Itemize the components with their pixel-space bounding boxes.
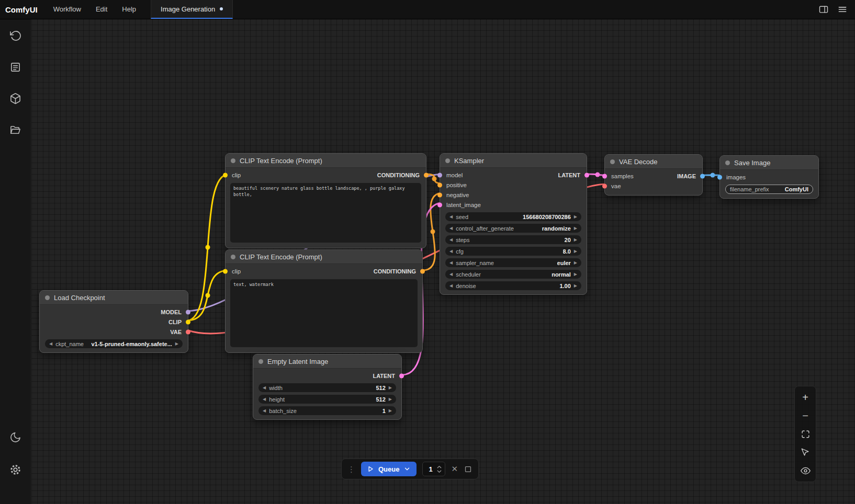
port-samples-input[interactable] — [602, 174, 607, 178]
menu-workflow[interactable]: Workflow — [46, 0, 88, 19]
port-vae-input[interactable] — [602, 184, 607, 188]
output-conditioning[interactable]: CONDITIONING — [374, 268, 416, 274]
port-clip-input[interactable] — [223, 269, 228, 273]
input-samples[interactable]: samples — [611, 173, 634, 179]
next-arrow-icon[interactable]: ▶ — [175, 342, 178, 346]
node-save-image[interactable]: Save Image images filename_prefix ComfyU… — [719, 155, 819, 199]
fit-view-button[interactable] — [798, 427, 812, 441]
port-conditioning-output[interactable] — [420, 269, 425, 273]
node-header[interactable]: Load Checkpoint — [40, 291, 188, 305]
wire-midpoint-dot[interactable] — [206, 293, 210, 298]
port-image-output[interactable] — [700, 174, 705, 178]
clear-queue-button[interactable]: ✕ — [451, 464, 458, 474]
next-arrow-icon[interactable]: ▶ — [389, 409, 392, 413]
node-ksampler[interactable]: KSampler model LATENT positive — [440, 153, 587, 295]
zoom-in-button[interactable]: + — [798, 391, 812, 404]
widget-steps[interactable]: ◀ steps 20 ▶ — [445, 235, 581, 244]
next-arrow-icon[interactable]: ▶ — [574, 215, 577, 219]
next-arrow-icon[interactable]: ▶ — [389, 386, 392, 390]
stepper-up-icon[interactable] — [436, 465, 442, 469]
collapse-dot[interactable] — [445, 158, 450, 163]
node-header[interactable]: Empty Latent Image — [253, 354, 401, 369]
output-image[interactable]: IMAGE — [677, 173, 696, 179]
node-header[interactable]: VAE Decode — [605, 155, 702, 169]
stepper-down-icon[interactable] — [436, 469, 442, 474]
hamburger-menu-button[interactable] — [837, 4, 848, 15]
input-latent-image[interactable]: latent_image — [446, 202, 481, 208]
widget-ckpt-name[interactable]: ◀ ckpt_name v1-5-pruned-emaonly.safete..… — [45, 339, 183, 348]
wire-midpoint-dot[interactable] — [431, 230, 435, 234]
port-negative-input[interactable] — [437, 192, 442, 197]
next-arrow-icon[interactable]: ▶ — [389, 397, 392, 402]
node-vae-decode[interactable]: VAE Decode samples IMAGE vae — [604, 154, 703, 196]
node-clip-text-encode-positive[interactable]: CLIP Text Encode (Prompt) clip CONDITION… — [225, 153, 426, 248]
widget-width[interactable]: ◀ width 512 ▶ — [258, 383, 396, 392]
port-model-input[interactable] — [437, 173, 442, 177]
input-images[interactable]: images — [726, 174, 746, 180]
widget-scheduler[interactable]: ◀ scheduler normal ▶ — [445, 270, 581, 279]
sidebar-item-node-library[interactable] — [6, 58, 25, 76]
sidebar-item-workflows[interactable] — [6, 120, 25, 139]
select-mode-button[interactable] — [798, 445, 812, 459]
node-header[interactable]: CLIP Text Encode (Prompt) — [226, 154, 426, 168]
node-header[interactable]: CLIP Text Encode (Prompt) — [226, 250, 422, 264]
next-arrow-icon[interactable]: ▶ — [574, 238, 577, 242]
node-header[interactable]: Save Image — [720, 156, 818, 170]
output-vae[interactable]: VAE — [170, 329, 182, 335]
prev-arrow-icon[interactable]: ◀ — [263, 409, 266, 413]
prompt-textarea[interactable]: text, watermark — [230, 279, 418, 347]
wire-midpoint-dot[interactable] — [595, 173, 600, 177]
collapse-dot[interactable] — [610, 159, 615, 164]
port-positive-input[interactable] — [437, 182, 442, 187]
widget-batch-size[interactable]: ◀ batch_size 1 ▶ — [258, 406, 396, 415]
input-vae[interactable]: vae — [611, 183, 621, 189]
port-conditioning-output[interactable] — [424, 173, 429, 177]
prev-arrow-icon[interactable]: ◀ — [449, 215, 453, 219]
theme-toggle-button[interactable] — [6, 428, 25, 446]
output-model[interactable]: MODEL — [161, 309, 182, 315]
input-model[interactable]: model — [446, 172, 463, 178]
prev-arrow-icon[interactable]: ◀ — [49, 342, 52, 346]
wire-midpoint-dot[interactable] — [206, 245, 210, 250]
wire-midpoint-dot[interactable] — [432, 177, 437, 181]
collapse-dot[interactable] — [231, 255, 235, 259]
port-latent-output[interactable] — [584, 173, 589, 177]
prev-arrow-icon[interactable]: ◀ — [449, 272, 453, 277]
prev-arrow-icon[interactable]: ◀ — [449, 238, 453, 242]
output-clip[interactable]: CLIP — [168, 319, 182, 325]
input-clip[interactable]: clip — [232, 172, 241, 178]
widget-seed[interactable]: ◀ seed 156680208700286 ▶ — [445, 212, 581, 221]
input-positive[interactable]: positive — [446, 182, 467, 188]
prev-arrow-icon[interactable]: ◀ — [449, 284, 453, 288]
collapse-dot[interactable] — [258, 359, 263, 364]
menu-help[interactable]: Help — [115, 0, 143, 19]
input-negative[interactable]: negative — [446, 192, 469, 198]
chevron-down-icon[interactable] — [403, 465, 411, 473]
output-conditioning[interactable]: CONDITIONING — [377, 172, 420, 178]
next-arrow-icon[interactable]: ▶ — [574, 284, 577, 288]
prev-arrow-icon[interactable]: ◀ — [449, 261, 453, 265]
settings-button[interactable] — [6, 460, 25, 479]
collapse-dot[interactable] — [45, 295, 50, 300]
wire-midpoint-dot[interactable] — [711, 173, 715, 178]
zoom-out-button[interactable]: − — [798, 409, 812, 422]
drag-handle[interactable]: ⋮ — [347, 465, 355, 473]
widget-filename-prefix[interactable]: filename_prefix ComfyUI — [725, 185, 813, 194]
port-clip-output[interactable] — [186, 319, 190, 324]
next-arrow-icon[interactable]: ▶ — [574, 272, 577, 277]
prompt-textarea[interactable]: beautiful scenery nature glass bottle la… — [230, 183, 421, 243]
port-vae-output[interactable] — [186, 329, 190, 334]
tab-image-generation[interactable]: Image Generation — [151, 0, 233, 19]
queue-button[interactable]: Queue — [361, 462, 417, 476]
output-latent[interactable]: LATENT — [373, 373, 395, 379]
widget-denoise[interactable]: ◀ denoise 1.00 ▶ — [445, 281, 581, 290]
input-clip[interactable]: clip — [232, 268, 241, 274]
widget-sampler-name[interactable]: ◀ sampler_name euler ▶ — [445, 258, 581, 267]
toggle-visibility-button[interactable] — [798, 464, 812, 477]
port-latent-output[interactable] — [399, 373, 404, 378]
node-load-checkpoint[interactable]: Load Checkpoint MODEL CLIP V — [39, 290, 188, 353]
widget-height[interactable]: ◀ height 512 ▶ — [258, 395, 396, 404]
collapse-dot[interactable] — [725, 161, 730, 165]
output-latent[interactable]: LATENT — [558, 172, 580, 178]
node-canvas[interactable]: Load Checkpoint MODEL CLIP V — [31, 19, 855, 504]
